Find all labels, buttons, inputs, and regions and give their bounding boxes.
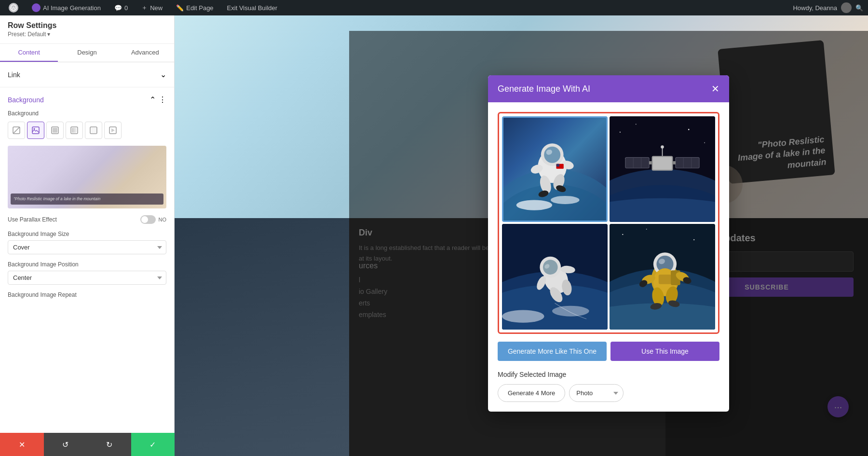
svg-marker-15 (111, 128, 115, 132)
bottom-bar: ✕ ↺ ↻ ✓ (0, 433, 175, 456)
parallax-switch[interactable] (140, 215, 156, 224)
modal-close-button[interactable]: ✕ (711, 83, 719, 95)
exit-builder-item[interactable]: Exit Visual Builder (223, 0, 282, 15)
check-icon: ✓ (149, 440, 156, 449)
modal-body: Generate More Like This One Use This Ima… (488, 102, 729, 412)
svg-point-64 (502, 310, 544, 322)
close-icon: ✕ (19, 440, 25, 449)
background-section: Background ⌃ ⋮ Background (0, 87, 174, 313)
svg-rect-86 (659, 275, 671, 284)
bg-type-none[interactable] (8, 122, 25, 139)
bg-type-image[interactable] (27, 122, 44, 139)
preset-selector[interactable]: Preset: Default ▾ (8, 31, 166, 38)
svg-rect-48 (653, 157, 672, 169)
svg-point-78 (622, 234, 623, 235)
svg-marker-2 (14, 127, 19, 133)
sidebar-title: Row Settings (8, 21, 166, 30)
svg-rect-9 (72, 128, 77, 133)
user-avatar (841, 2, 852, 13)
comments-item[interactable]: 💬 0 (110, 0, 132, 15)
sidebar-header: Row Settings Preset: Default ▾ (0, 15, 174, 44)
svg-point-80 (693, 239, 694, 240)
wp-logo-item[interactable]: W (5, 0, 22, 15)
svg-point-41 (688, 129, 690, 130)
bg-type-color[interactable] (46, 122, 64, 139)
image-cell-4[interactable] (610, 224, 715, 330)
tab-design[interactable]: Design (58, 44, 116, 62)
preview-text: Photo Reslistic Image of a lake in the m… (15, 196, 100, 201)
user-greeting: Howdy, Deanna (793, 4, 837, 12)
background-section-header[interactable]: Background ⌃ ⋮ (8, 95, 166, 104)
ai-image-generation-link[interactable]: AI Image Generation (28, 0, 105, 15)
link-title: Link (8, 71, 20, 79)
image-cell-2[interactable] (610, 116, 715, 222)
parallax-toggle[interactable]: NO (140, 215, 167, 224)
ai-image-generation-label: AI Image Generation (43, 4, 101, 12)
image-size-field: Background Image Size Cover Contain Auto (8, 231, 166, 254)
edit-page-item[interactable]: ✏️ Edit Page (172, 0, 217, 15)
svg-rect-7 (53, 128, 57, 133)
svg-rect-37 (556, 164, 559, 166)
generate-more-button[interactable]: Generate More Like This One (498, 342, 607, 361)
bg-type-gradient[interactable] (66, 122, 83, 139)
svg-rect-49 (625, 157, 649, 168)
modal-header: Generate Image With AI ✕ (488, 75, 729, 102)
modify-row: Generate 4 More Photo Digital Art Oil Pa… (498, 384, 719, 402)
svg-point-46 (610, 198, 715, 222)
svg-point-60 (661, 145, 664, 149)
new-item[interactable]: ＋ New (137, 0, 166, 15)
image-position-label: Background Image Position (8, 261, 166, 268)
parallax-label: Use Parallax Effect (8, 216, 57, 223)
style-select[interactable]: Photo Digital Art Oil Painting Watercolo… (569, 384, 624, 402)
image-position-select[interactable]: Center Top Bottom (8, 271, 166, 285)
chevron-up-icon: ⌃ (149, 95, 156, 104)
plus-icon: ＋ (141, 3, 148, 12)
link-section: Link ⌄ (0, 62, 174, 87)
exit-builder-label: Exit Visual Builder (227, 4, 278, 12)
ai-logo-icon (32, 3, 41, 12)
generate-4-more-button[interactable]: Generate 4 More (498, 384, 565, 402)
edit-page-label: Edit Page (186, 4, 213, 12)
redo-icon: ↻ (106, 440, 112, 449)
modal-title: Generate Image With AI (498, 84, 590, 94)
tab-advanced[interactable]: Advanced (116, 44, 174, 62)
sidebar-tabs: Content Design Advanced (0, 44, 174, 62)
undo-button[interactable]: ↺ (44, 433, 88, 456)
tab-content[interactable]: Content (0, 44, 58, 62)
parallax-value: NO (159, 217, 167, 222)
svg-point-77 (610, 303, 715, 330)
image-cell-3[interactable] (502, 224, 608, 330)
undo-icon: ↺ (62, 440, 68, 449)
image-repeat-field: Background Image Repeat (8, 291, 166, 298)
background-preview-image: "Photo Reslistic Image of a lake in the … (8, 146, 166, 208)
admin-bar-right: Howdy, Deanna 🔍 (793, 2, 863, 13)
confirm-button[interactable]: ✓ (131, 433, 175, 456)
svg-point-42 (704, 142, 705, 143)
background-title: Background (8, 96, 44, 104)
svg-point-79 (646, 229, 647, 230)
close-button[interactable]: ✕ (0, 433, 44, 456)
parallax-toggle-row: Use Parallax Effect NO (8, 215, 166, 224)
image-size-select[interactable]: Cover Contain Auto (8, 240, 166, 254)
image-position-field: Background Image Position Center Top Bot… (8, 261, 166, 285)
image-cell-1[interactable] (502, 116, 608, 222)
bg-type-video[interactable] (104, 122, 122, 139)
options-icon[interactable]: ⋮ (159, 95, 166, 104)
link-header[interactable]: Link ⌄ (8, 70, 166, 79)
modal-overlay: Generate Image With AI ✕ (349, 31, 868, 456)
use-image-button[interactable]: Use This Image (610, 342, 719, 361)
svg-point-40 (636, 124, 637, 125)
comments-count: 0 (124, 4, 128, 12)
svg-rect-53 (676, 157, 699, 168)
new-label: New (150, 4, 163, 12)
bg-type-pattern[interactable] (85, 122, 102, 139)
satellite-image (610, 116, 715, 222)
admin-bar: W AI Image Generation 💬 0 ＋ New ✏️ Edit … (0, 0, 868, 15)
page-background: "Photo Reslistic Image of a lake in the … (175, 15, 868, 456)
image-grid (502, 116, 715, 330)
comment-icon: 💬 (114, 4, 122, 12)
redo-button[interactable]: ↻ (87, 433, 131, 456)
search-icon[interactable]: 🔍 (855, 4, 863, 12)
chevron-down-icon: ⌄ (160, 70, 166, 79)
wp-logo-icon: W (9, 3, 18, 13)
